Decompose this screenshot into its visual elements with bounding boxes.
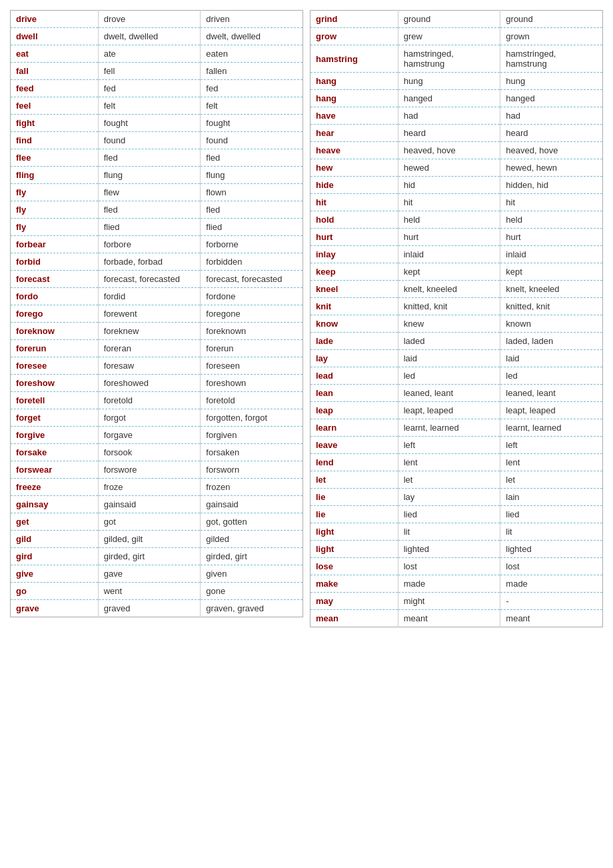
past-tense-cell: fordid — [98, 288, 201, 305]
past-participle-cell: heard — [500, 125, 603, 142]
past-participle-cell: hurt — [500, 229, 603, 246]
infinitive-cell: feel — [11, 97, 99, 115]
past-participle-cell: foregone — [201, 305, 303, 323]
past-participle-cell: foreshown — [201, 375, 303, 392]
past-tense-cell: found — [98, 132, 201, 149]
past-participle-cell: flung — [201, 167, 303, 184]
past-participle-cell: led — [500, 367, 603, 385]
table-row: letletlet — [310, 471, 603, 489]
infinitive-cell: foresee — [11, 357, 99, 375]
past-participle-cell: hung — [500, 73, 603, 90]
infinitive-cell: forbear — [11, 236, 99, 253]
table-row: freezefrozefrozen — [11, 479, 303, 496]
table-row: leapleapt, leapedleapt, leaped — [310, 402, 603, 419]
infinitive-cell: give — [11, 565, 99, 583]
table-row: feelfeltfelt — [11, 97, 303, 115]
past-tense-cell: foreshowed — [98, 375, 201, 392]
past-tense-cell: forgave — [98, 427, 201, 444]
past-participle-cell: hidden, hid — [500, 177, 603, 194]
past-tense-cell: flew — [98, 184, 201, 201]
infinitive-cell: forbid — [11, 253, 99, 271]
past-participle-cell: inlaid — [500, 246, 603, 263]
past-participle-cell: foretold — [201, 392, 303, 409]
infinitive-cell: lose — [310, 558, 398, 575]
table-row: grindgroundground — [310, 11, 603, 28]
table-row: leadledled — [310, 367, 603, 385]
past-participle-cell: lost — [500, 558, 603, 575]
past-participle-cell: forbidden — [201, 253, 303, 271]
table-row: hamstringhamstringed, hamstrunghamstring… — [310, 45, 603, 73]
past-participle-cell: gilded — [201, 531, 303, 548]
past-tense-cell: dwelt, dwelled — [98, 28, 201, 45]
infinitive-cell: forerun — [11, 340, 99, 357]
past-tense-cell: let — [398, 471, 500, 489]
table-row: givegavegiven — [11, 565, 303, 583]
past-tense-cell: lighted — [398, 541, 500, 558]
past-participle-cell: frozen — [201, 479, 303, 496]
past-tense-cell: foreknew — [98, 323, 201, 340]
past-tense-cell: might — [398, 593, 500, 610]
infinitive-cell: learn — [310, 419, 398, 437]
past-tense-cell: lit — [398, 523, 500, 541]
past-participle-cell: meant — [500, 610, 603, 627]
table-row: flyfliedflied — [11, 219, 303, 236]
table-row: gravegravedgraven, graved — [11, 600, 303, 617]
infinitive-cell: dwell — [11, 28, 99, 45]
past-participle-cell: laid — [500, 350, 603, 367]
past-participle-cell: foreknown — [201, 323, 303, 340]
past-tense-cell: fed — [98, 80, 201, 97]
past-tense-cell: felt — [98, 97, 201, 115]
infinitive-cell: lie — [310, 489, 398, 506]
infinitive-cell: grave — [11, 600, 99, 617]
past-tense-cell: flied — [98, 219, 201, 236]
past-participle-cell: heaved, hove — [500, 142, 603, 159]
past-participle-cell: flown — [201, 184, 303, 201]
past-tense-cell: drove — [98, 11, 201, 28]
infinitive-cell: lean — [310, 385, 398, 402]
infinitive-cell: flee — [11, 149, 99, 167]
past-participle-cell: fled — [201, 149, 303, 167]
right-table: grindgroundgroundgrowgrewgrownhamstringh… — [310, 10, 603, 627]
infinitive-cell: forecast — [11, 271, 99, 288]
infinitive-cell: get — [11, 513, 99, 531]
past-tense-cell: forswore — [98, 461, 201, 479]
table-row: meanmeantmeant — [310, 610, 603, 627]
table-row: hidehidhidden, hid — [310, 177, 603, 194]
past-tense-cell: lent — [398, 454, 500, 471]
past-tense-cell: heaved, hove — [398, 142, 500, 159]
table-row: hurthurthurt — [310, 229, 603, 246]
past-participle-cell: let — [500, 471, 603, 489]
past-tense-cell: froze — [98, 479, 201, 496]
past-tense-cell: hurt — [398, 229, 500, 246]
past-participle-cell: felt — [201, 97, 303, 115]
table-row: laylaidlaid — [310, 350, 603, 367]
table-row: girdgirded, girtgirded, girt — [11, 548, 303, 565]
past-tense-cell: heard — [398, 125, 500, 142]
past-participle-cell: hit — [500, 194, 603, 211]
infinitive-cell: find — [11, 132, 99, 149]
past-tense-cell: inlaid — [398, 246, 500, 263]
infinitive-cell: lay — [310, 350, 398, 367]
past-participle-cell: - — [500, 593, 603, 610]
past-participle-cell: forerun — [201, 340, 303, 357]
past-tense-cell: leaned, leant — [398, 385, 500, 402]
past-participle-cell: forgiven — [201, 427, 303, 444]
past-participle-cell: lit — [500, 523, 603, 541]
past-tense-cell: girded, girt — [98, 548, 201, 565]
infinitive-cell: fly — [11, 219, 99, 236]
table-row: lendlentlent — [310, 454, 603, 471]
table-row: gainsaygainsaidgainsaid — [11, 496, 303, 513]
table-row: lightlightedlighted — [310, 541, 603, 558]
infinitive-cell: light — [310, 541, 398, 558]
past-tense-cell: forbade, forbad — [98, 253, 201, 271]
infinitive-cell: lead — [310, 367, 398, 385]
infinitive-cell: hamstring — [310, 45, 398, 73]
past-tense-cell: kept — [398, 263, 500, 281]
past-participle-cell: flied — [201, 219, 303, 236]
table-row: maymight- — [310, 593, 603, 610]
table-row: flingflungflung — [11, 167, 303, 184]
past-participle-cell: girded, girt — [201, 548, 303, 565]
past-tense-cell: hewed — [398, 159, 500, 177]
past-participle-cell: hanged — [500, 90, 603, 107]
infinitive-cell: hide — [310, 177, 398, 194]
